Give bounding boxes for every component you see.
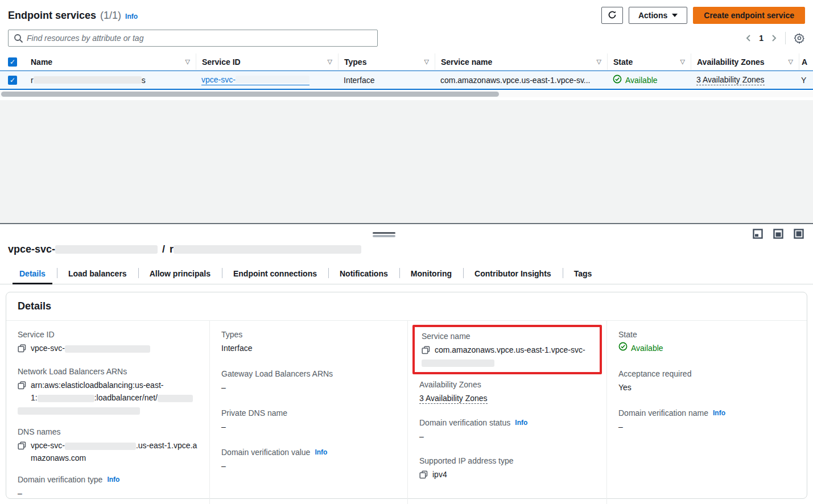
panel-size-medium-button[interactable] — [773, 229, 783, 239]
sort-icon[interactable]: ▽ — [785, 58, 793, 65]
create-button-label: Create endpoint service — [704, 11, 794, 20]
field-acceptance-required: Acceptance required Yes — [618, 369, 795, 394]
redacted-text — [158, 395, 193, 402]
copy-icon[interactable] — [422, 345, 430, 358]
copy-icon[interactable] — [18, 344, 26, 356]
prev-page-button[interactable] — [745, 34, 752, 42]
list-section: Endpoint services (1/1) Info Actions Cre… — [0, 0, 813, 100]
service-id-link[interactable]: vpce-svc- — [201, 75, 309, 85]
details-column-2: Types Interface Gateway Load Balancers A… — [209, 321, 407, 504]
availability-zones-link[interactable]: 3 Availability Zones — [419, 394, 488, 404]
column-header-service-name[interactable]: Service name ▽ — [435, 53, 607, 70]
sort-icon[interactable]: ▽ — [593, 58, 601, 65]
check-circle-icon — [613, 75, 622, 85]
details-column-1: Service ID vpce-svc- Network Load Balanc… — [6, 321, 209, 504]
actions-button-label: Actions — [638, 11, 667, 20]
tab-details[interactable]: Details — [8, 265, 57, 284]
scrollbar-thumb[interactable] — [1, 92, 499, 97]
resource-count: (1/1) — [100, 10, 121, 22]
redacted-text — [55, 245, 158, 254]
tab-endpoint-connections[interactable]: Endpoint connections — [222, 265, 328, 284]
field-service-name: Service name com.amazonaws.vpce.us-east-… — [422, 332, 593, 369]
column-header-name[interactable]: Name ▽ — [25, 53, 196, 70]
detail-tabs: Details Load balancers Allow principals … — [0, 265, 813, 284]
horizontal-scrollbar[interactable] — [0, 91, 813, 97]
cell-availability-zones: 3 Availability Zones — [691, 71, 799, 89]
pagination: 1 — [745, 32, 805, 44]
field-private-dns: Private DNS name – — [221, 408, 396, 433]
tab-allow-principals[interactable]: Allow principals — [138, 265, 222, 284]
panel-size-large-button[interactable] — [794, 229, 804, 239]
actions-button[interactable]: Actions — [629, 7, 687, 24]
pager-divider — [785, 32, 786, 44]
column-label: Service name — [441, 57, 492, 67]
column-header-types[interactable]: Types ▽ — [338, 53, 435, 70]
tab-tags[interactable]: Tags — [563, 265, 604, 284]
table-header-row: ✓ Name ▽ Service ID ▽ Types ▽ Service na… — [0, 53, 813, 71]
tab-notifications[interactable]: Notifications — [328, 265, 399, 284]
copy-icon[interactable] — [18, 381, 26, 393]
column-label: Name — [31, 57, 52, 67]
search-input[interactable] — [9, 30, 377, 46]
field-supported-ip: Supported IP address type ipv4 — [419, 456, 595, 482]
chevron-down-icon — [672, 14, 678, 17]
sort-icon[interactable]: ▽ — [421, 58, 429, 65]
column-header-availability-zones[interactable]: Availability Zones ▽ — [691, 53, 799, 70]
panel-size-small-button[interactable] — [753, 229, 763, 239]
details-card: Details Service ID vpce-svc- Network Loa… — [6, 292, 807, 499]
service-name-highlight-box: Service name com.amazonaws.vpce.us-east-… — [412, 325, 602, 374]
title-info-link[interactable]: Info — [125, 13, 138, 20]
field-availability-zones: Availability Zones 3 Availability Zones — [419, 380, 595, 404]
sort-icon[interactable]: ▽ — [182, 58, 190, 65]
cell-state: Available — [607, 71, 691, 89]
field-domain-verification-name: Domain verification name Info – — [618, 408, 795, 433]
select-all-checkbox[interactable]: ✓ — [8, 57, 17, 67]
redacted-text — [18, 407, 140, 415]
cell-types: Interface — [338, 71, 435, 89]
info-link[interactable]: Info — [315, 448, 327, 456]
column-header-service-id[interactable]: Service ID ▽ — [196, 53, 338, 70]
column-label: Service ID — [202, 57, 241, 67]
preferences-gear-button[interactable] — [794, 32, 805, 44]
tab-monitoring[interactable]: Monitoring — [399, 265, 463, 284]
tab-load-balancers[interactable]: Load balancers — [57, 265, 138, 284]
availability-zones-link[interactable]: 3 Availability Zones — [696, 75, 765, 85]
cell-service-id: vpce-svc- — [196, 71, 338, 89]
column-header-overflow[interactable]: A — [799, 53, 813, 70]
field-dns-names: DNS names vpce-svc-.us-east-1.vpce.amazo… — [18, 427, 198, 464]
row-checkbox[interactable]: ✓ — [8, 76, 17, 85]
content-background — [0, 100, 813, 223]
page-number[interactable]: 1 — [758, 34, 765, 43]
refresh-icon — [608, 10, 617, 21]
column-label: Types — [344, 57, 366, 67]
info-link[interactable]: Info — [107, 476, 119, 484]
refresh-button[interactable] — [601, 7, 623, 24]
info-link[interactable]: Info — [515, 419, 527, 427]
details-column-4: State Available Acceptance required Yes — [606, 321, 807, 504]
field-state: State Available — [618, 330, 795, 354]
copy-icon[interactable] — [419, 470, 428, 482]
field-domain-verification-type: Domain verification type Info – — [18, 475, 198, 499]
column-label: Availability Zones — [697, 57, 765, 67]
redacted-text — [65, 443, 136, 450]
page-title: Endpoint services — [8, 10, 96, 22]
next-page-button[interactable] — [770, 34, 777, 42]
copy-icon[interactable] — [18, 441, 26, 453]
column-header-state[interactable]: State ▽ — [607, 53, 691, 70]
cell-overflow: Y — [799, 71, 813, 89]
info-link[interactable]: Info — [713, 409, 725, 417]
field-glb-arns: Gateway Load Balancers ARNs – — [221, 369, 396, 394]
state-text: Available — [631, 342, 663, 354]
field-types: Types Interface — [221, 330, 396, 354]
table-row[interactable]: ✓ rs vpce-svc- Interface com.amazonaws.v… — [0, 71, 813, 90]
sort-icon[interactable]: ▽ — [677, 58, 685, 65]
split-panel-drag-handle[interactable] — [373, 232, 395, 237]
sort-icon[interactable]: ▽ — [324, 58, 332, 65]
state-text: Available — [625, 76, 658, 85]
details-column-3: Service name com.amazonaws.vpce.us-east-… — [407, 321, 606, 504]
panel-size-controls — [753, 229, 804, 239]
column-label: State — [613, 57, 633, 67]
create-endpoint-service-button[interactable]: Create endpoint service — [693, 7, 805, 24]
column-label: A — [802, 57, 807, 67]
tab-contributor-insights[interactable]: Contributor Insights — [463, 265, 563, 284]
